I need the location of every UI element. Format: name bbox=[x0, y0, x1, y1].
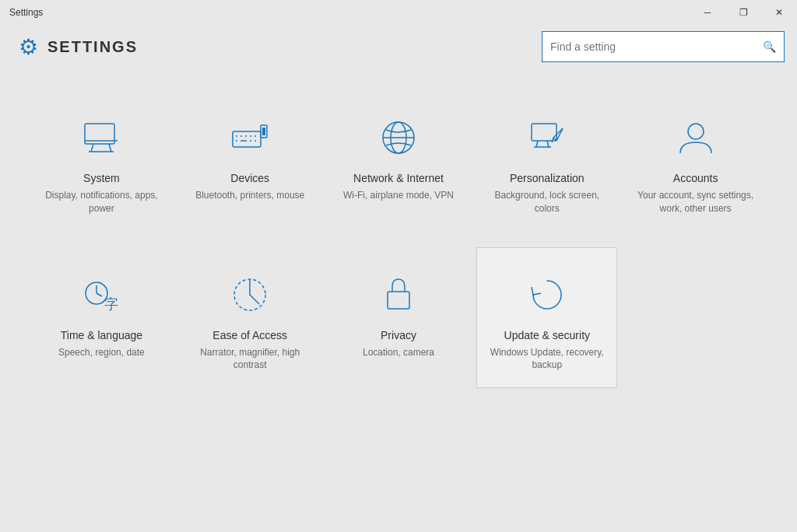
svg-line-2 bbox=[109, 144, 111, 152]
accounts-desc: Your account, sync settings, work, other… bbox=[634, 189, 757, 215]
setting-item-ease[interactable]: Ease of Access Narrator, magnifier, high… bbox=[180, 247, 321, 389]
privacy-icon bbox=[375, 271, 422, 318]
time-desc: Speech, region, date bbox=[58, 346, 145, 359]
svg-line-25 bbox=[556, 128, 563, 141]
ease-desc: Narrator, magnifier, high contrast bbox=[188, 346, 312, 373]
window-title: Settings bbox=[9, 7, 43, 18]
devices-desc: Bluetooth, printers, mouse bbox=[195, 189, 304, 202]
header-left: ⚙ SETTINGS bbox=[19, 34, 138, 60]
setting-item-accounts[interactable]: Accounts Your account, sync settings, wo… bbox=[625, 90, 766, 232]
svg-rect-5 bbox=[233, 131, 261, 147]
search-icon[interactable]: 🔍 bbox=[763, 40, 776, 53]
setting-item-network[interactable]: Network & Internet Wi-Fi, airplane mode,… bbox=[328, 90, 469, 232]
personalization-name: Personalization bbox=[510, 172, 585, 184]
svg-line-31 bbox=[97, 293, 102, 296]
maximize-button[interactable]: ❐ bbox=[725, 0, 761, 25]
setting-item-privacy[interactable]: Privacy Location, camera bbox=[328, 247, 469, 389]
setting-item-system[interactable]: System Display, notifications, apps, pow… bbox=[31, 90, 172, 232]
personalization-icon bbox=[524, 114, 571, 161]
system-desc: Display, notifications, apps, power bbox=[40, 189, 163, 215]
svg-point-28 bbox=[688, 124, 704, 139]
settings-grid-row2: 字 Time & language Speech, region, date E… bbox=[31, 247, 766, 389]
minimize-button[interactable]: ─ bbox=[690, 0, 725, 25]
svg-line-22 bbox=[547, 141, 549, 147]
time-name: Time & language bbox=[61, 329, 142, 341]
close-button[interactable]: ✕ bbox=[761, 0, 797, 25]
system-icon bbox=[78, 114, 125, 161]
svg-rect-16 bbox=[262, 128, 265, 135]
search-input[interactable] bbox=[550, 40, 763, 53]
settings-gear-icon: ⚙ bbox=[19, 34, 38, 60]
settings-grid-row1: System Display, notifications, apps, pow… bbox=[31, 90, 766, 232]
update-name: Update & security bbox=[504, 329, 591, 341]
accounts-icon bbox=[672, 114, 719, 161]
setting-item-update[interactable]: Update & security Windows Update, recove… bbox=[476, 247, 617, 389]
network-desc: Wi-Fi, airplane mode, VPN bbox=[343, 189, 454, 202]
titlebar: Settings ─ ❐ ✕ bbox=[0, 0, 797, 25]
setting-item-devices[interactable]: Devices Bluetooth, printers, mouse bbox=[180, 90, 321, 232]
search-box: 🔍 bbox=[542, 31, 785, 62]
svg-line-1 bbox=[91, 144, 93, 152]
network-icon bbox=[375, 114, 422, 161]
app-header: ⚙ SETTINGS 🔍 bbox=[0, 25, 797, 75]
setting-item-time[interactable]: 字 Time & language Speech, region, date bbox=[31, 247, 172, 389]
app-title: SETTINGS bbox=[47, 38, 138, 56]
privacy-desc: Location, camera bbox=[363, 346, 434, 359]
devices-icon bbox=[226, 114, 273, 161]
setting-item-personalization[interactable]: Personalization Background, lock screen,… bbox=[476, 90, 617, 232]
window-controls: ─ ❐ ✕ bbox=[690, 0, 797, 25]
ease-name: Ease of Access bbox=[212, 329, 287, 341]
network-name: Network & Internet bbox=[353, 172, 444, 184]
system-name: System bbox=[83, 172, 120, 184]
svg-line-27 bbox=[552, 138, 553, 142]
svg-line-21 bbox=[536, 141, 538, 147]
privacy-name: Privacy bbox=[381, 329, 416, 341]
update-desc: Windows Update, recovery, backup bbox=[485, 346, 609, 373]
svg-rect-34 bbox=[388, 292, 409, 309]
personalization-desc: Background, lock screen, colors bbox=[485, 189, 609, 215]
main-content: System Display, notifications, apps, pow… bbox=[0, 75, 797, 532]
svg-line-24 bbox=[553, 128, 563, 138]
ease-icon bbox=[226, 271, 273, 318]
time-icon: 字 bbox=[78, 271, 125, 318]
svg-text:字: 字 bbox=[104, 296, 118, 312]
devices-name: Devices bbox=[230, 172, 269, 184]
accounts-name: Accounts bbox=[673, 172, 718, 184]
update-icon bbox=[524, 271, 571, 318]
